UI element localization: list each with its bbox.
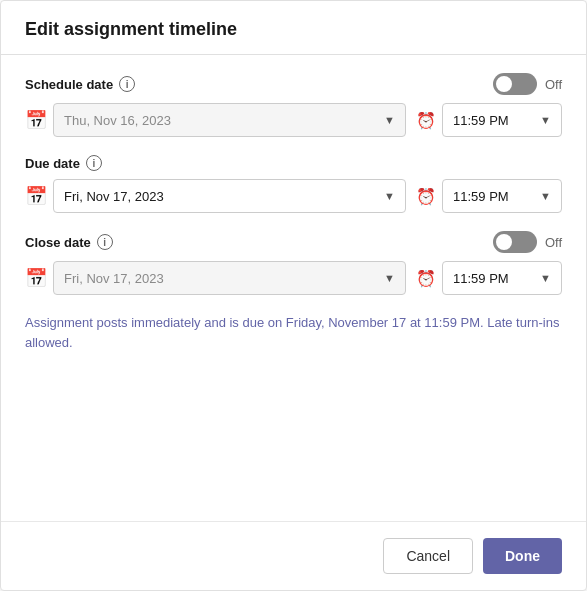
dialog-footer: Cancel Done bbox=[1, 521, 586, 590]
close-date-info-icon[interactable]: i bbox=[97, 234, 113, 250]
close-date-inputs: 📅 Fri, Nov 17, 2023 ▼ ⏰ 11:59 PM ▼ bbox=[25, 261, 562, 295]
due-date-clock-icon: ⏰ bbox=[416, 187, 436, 206]
close-date-toggle-label: Off bbox=[545, 235, 562, 250]
due-date-inputs: 📅 Fri, Nov 17, 2023 ▼ ⏰ 11:59 PM ▼ bbox=[25, 179, 562, 213]
due-date-time-wrap: ⏰ 11:59 PM ▼ bbox=[416, 179, 562, 213]
due-date-select[interactable]: Fri, Nov 17, 2023 ▼ bbox=[53, 179, 406, 213]
assignment-info-text: Assignment posts immediately and is due … bbox=[25, 313, 562, 352]
due-date-info-icon[interactable]: i bbox=[86, 155, 102, 171]
close-date-section: Close date i Off 📅 Fri, Nov 17, 2023 ▼ bbox=[25, 231, 562, 295]
close-date-toggle-knob bbox=[496, 234, 512, 250]
close-date-label-row: Close date i Off bbox=[25, 231, 562, 253]
close-date-toggle[interactable] bbox=[493, 231, 537, 253]
dialog-body: Schedule date i Off 📅 Thu, Nov 16, 2023 … bbox=[1, 55, 586, 521]
close-date-input-wrap: 📅 Fri, Nov 17, 2023 ▼ bbox=[25, 261, 406, 295]
close-date-select[interactable]: Fri, Nov 17, 2023 ▼ bbox=[53, 261, 406, 295]
cancel-button[interactable]: Cancel bbox=[383, 538, 473, 574]
close-date-label: Close date i bbox=[25, 234, 113, 250]
due-date-label: Due date i bbox=[25, 155, 102, 171]
due-date-chevron-icon: ▼ bbox=[384, 190, 395, 202]
done-button[interactable]: Done bbox=[483, 538, 562, 574]
schedule-date-time-select[interactable]: 11:59 PM ▼ bbox=[442, 103, 562, 137]
close-date-chevron-icon: ▼ bbox=[384, 272, 395, 284]
schedule-date-toggle-knob bbox=[496, 76, 512, 92]
due-date-calendar-icon: 📅 bbox=[25, 185, 47, 207]
due-date-time-select[interactable]: 11:59 PM ▼ bbox=[442, 179, 562, 213]
schedule-date-input-wrap: 📅 Thu, Nov 16, 2023 ▼ bbox=[25, 103, 406, 137]
schedule-date-inputs: 📅 Thu, Nov 16, 2023 ▼ ⏰ 11:59 PM ▼ bbox=[25, 103, 562, 137]
schedule-date-select[interactable]: Thu, Nov 16, 2023 ▼ bbox=[53, 103, 406, 137]
schedule-date-calendar-icon: 📅 bbox=[25, 109, 47, 131]
schedule-date-chevron-icon: ▼ bbox=[384, 114, 395, 126]
dialog-title: Edit assignment timeline bbox=[25, 19, 562, 40]
schedule-date-label-row: Schedule date i Off bbox=[25, 73, 562, 95]
schedule-date-section: Schedule date i Off 📅 Thu, Nov 16, 2023 … bbox=[25, 73, 562, 137]
schedule-date-toggle-group: Off bbox=[493, 73, 562, 95]
dialog-header: Edit assignment timeline bbox=[1, 1, 586, 55]
due-date-time-chevron-icon: ▼ bbox=[540, 190, 551, 202]
due-date-input-wrap: 📅 Fri, Nov 17, 2023 ▼ bbox=[25, 179, 406, 213]
schedule-date-label: Schedule date i bbox=[25, 76, 135, 92]
close-date-clock-icon: ⏰ bbox=[416, 269, 436, 288]
schedule-date-toggle[interactable] bbox=[493, 73, 537, 95]
schedule-date-time-wrap: ⏰ 11:59 PM ▼ bbox=[416, 103, 562, 137]
schedule-date-toggle-label: Off bbox=[545, 77, 562, 92]
close-date-time-chevron-icon: ▼ bbox=[540, 272, 551, 284]
close-date-toggle-group: Off bbox=[493, 231, 562, 253]
schedule-date-time-chevron-icon: ▼ bbox=[540, 114, 551, 126]
schedule-date-clock-icon: ⏰ bbox=[416, 111, 436, 130]
edit-assignment-dialog: Edit assignment timeline Schedule date i… bbox=[0, 0, 587, 591]
close-date-time-select[interactable]: 11:59 PM ▼ bbox=[442, 261, 562, 295]
close-date-time-wrap: ⏰ 11:59 PM ▼ bbox=[416, 261, 562, 295]
close-date-calendar-icon: 📅 bbox=[25, 267, 47, 289]
due-date-section: Due date i 📅 Fri, Nov 17, 2023 ▼ ⏰ 11:59… bbox=[25, 155, 562, 213]
schedule-date-info-icon[interactable]: i bbox=[119, 76, 135, 92]
due-date-label-row: Due date i bbox=[25, 155, 562, 171]
